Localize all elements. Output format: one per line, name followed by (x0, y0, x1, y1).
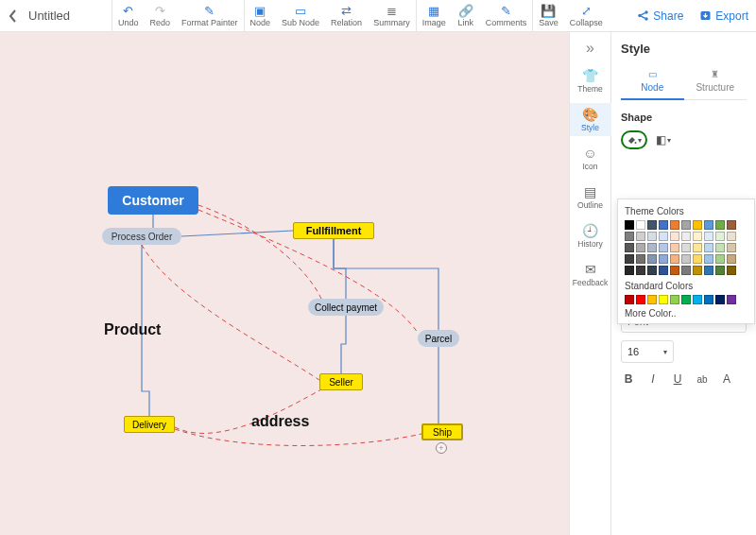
color-swatch[interactable] (704, 232, 713, 241)
color-swatch[interactable] (715, 220, 725, 230)
color-swatch[interactable] (659, 254, 668, 264)
color-swatch[interactable] (715, 295, 725, 304)
color-swatch[interactable] (727, 220, 736, 230)
node-button[interactable]: ▣Node (245, 0, 277, 31)
font-size-select[interactable]: 16▾ (621, 340, 674, 363)
document-title[interactable]: Untitled (26, 0, 112, 31)
italic-button[interactable]: I (645, 372, 661, 386)
color-swatch[interactable] (715, 266, 725, 275)
color-swatch[interactable] (625, 254, 634, 264)
node-process-order[interactable]: Process Order (102, 228, 181, 245)
node-parcel[interactable]: Parcel (418, 330, 459, 347)
color-swatch[interactable] (693, 243, 702, 252)
collapse-button[interactable]: ⤢Collapse (564, 0, 609, 31)
color-swatch[interactable] (647, 295, 657, 304)
color-swatch[interactable] (715, 243, 725, 252)
summary-button[interactable]: ≣Summary (368, 0, 416, 31)
color-swatch[interactable] (636, 220, 645, 230)
color-swatch[interactable] (727, 266, 736, 275)
color-swatch[interactable] (681, 220, 691, 230)
color-swatch[interactable] (659, 266, 668, 275)
image-button[interactable]: ▦Image (417, 0, 452, 31)
rail-feedback[interactable]: ✉Feedback (570, 258, 611, 291)
undo-button[interactable]: ↶Undo (112, 0, 145, 31)
node-collect-payment[interactable]: Collect paymet (308, 299, 384, 316)
color-swatch[interactable] (625, 295, 634, 304)
color-swatch[interactable] (647, 266, 657, 275)
color-swatch[interactable] (727, 295, 736, 304)
color-swatch[interactable] (670, 243, 679, 252)
fill-color-button[interactable]: ▾ (621, 130, 647, 149)
bold-button[interactable]: B (621, 372, 636, 386)
more-color-button[interactable]: More Color.. (625, 308, 747, 319)
color-swatch[interactable] (659, 220, 668, 230)
link-button[interactable]: 🔗Link (452, 0, 480, 31)
relation-button[interactable]: ⇄Relation (325, 0, 368, 31)
color-swatch[interactable] (704, 243, 713, 252)
color-swatch[interactable] (715, 232, 725, 241)
color-swatch[interactable] (625, 266, 634, 275)
color-swatch[interactable] (693, 266, 702, 275)
rail-history[interactable]: 🕘History (570, 219, 611, 252)
color-swatch[interactable] (647, 220, 657, 230)
color-swatch[interactable] (681, 254, 691, 264)
color-swatch[interactable] (704, 295, 713, 304)
floating-label-address[interactable]: address (251, 413, 309, 430)
export-button[interactable]: Export (691, 0, 756, 31)
rail-theme[interactable]: 👕Theme (570, 64, 611, 97)
color-swatch[interactable] (636, 243, 645, 252)
color-swatch[interactable] (636, 254, 645, 264)
node-customer[interactable]: Customer (108, 186, 198, 215)
format-painter-button[interactable]: ✎Format Painter (176, 0, 244, 31)
color-swatch[interactable] (659, 295, 668, 304)
tab-structure[interactable]: ♜Structure (684, 65, 747, 99)
back-button[interactable] (0, 0, 26, 31)
color-swatch[interactable] (670, 254, 679, 264)
color-swatch[interactable] (681, 295, 691, 304)
color-swatch[interactable] (704, 254, 713, 264)
color-swatch[interactable] (727, 254, 736, 264)
node-fulfillment[interactable]: Fullfillment (293, 222, 374, 239)
underline-button[interactable]: U (670, 372, 685, 386)
color-swatch[interactable] (625, 220, 634, 230)
save-button[interactable]: 💾Save (533, 0, 564, 31)
color-swatch[interactable] (681, 232, 691, 241)
color-swatch[interactable] (704, 266, 713, 275)
node-delivery[interactable]: Delivery (124, 416, 175, 433)
color-swatch[interactable] (625, 243, 634, 252)
color-swatch[interactable] (647, 232, 657, 241)
sub-node-button[interactable]: ▭Sub Node (276, 0, 325, 31)
floating-label-product[interactable]: Product (104, 321, 161, 338)
node-seller[interactable]: Seller (319, 373, 363, 390)
color-swatch[interactable] (636, 232, 645, 241)
color-swatch[interactable] (670, 232, 679, 241)
rail-style[interactable]: 🎨Style (570, 103, 611, 136)
color-swatch[interactable] (647, 254, 657, 264)
redo-button[interactable]: ↷Redo (145, 0, 177, 31)
color-swatch[interactable] (636, 295, 645, 304)
rail-outline[interactable]: ▤Outline (570, 181, 611, 214)
share-button[interactable]: Share (628, 0, 691, 31)
color-swatch[interactable] (647, 243, 657, 252)
add-child-handle[interactable]: + (436, 442, 447, 454)
diagram-canvas[interactable]: Customer Process Order Fullfillment Coll… (0, 32, 570, 535)
color-swatch[interactable] (704, 220, 713, 230)
color-swatch[interactable] (727, 232, 736, 241)
tab-node[interactable]: ▭Node (621, 65, 684, 100)
comments-button[interactable]: ✎Comments (480, 0, 533, 31)
node-ship[interactable]: Ship (421, 423, 463, 440)
color-swatch[interactable] (659, 232, 668, 241)
color-swatch[interactable] (693, 220, 702, 230)
color-swatch[interactable] (681, 266, 691, 275)
color-swatch[interactable] (659, 243, 668, 252)
color-swatch[interactable] (727, 243, 736, 252)
border-color-button[interactable]: ◧ ▾ (653, 131, 674, 148)
color-swatch[interactable] (670, 266, 679, 275)
color-swatch[interactable] (670, 220, 679, 230)
strike-button[interactable]: ab (695, 374, 710, 385)
color-swatch[interactable] (670, 295, 679, 304)
color-swatch[interactable] (681, 243, 691, 252)
font-color-button[interactable]: A (719, 372, 734, 386)
color-swatch[interactable] (693, 295, 702, 304)
rail-icon[interactable]: ☺Icon (570, 142, 611, 175)
